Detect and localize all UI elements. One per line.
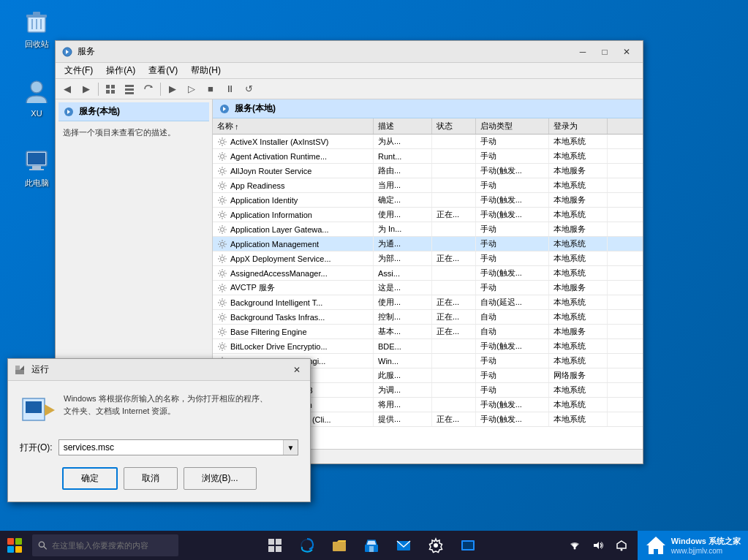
run-cancel-button[interactable]: 取消: [124, 467, 178, 490]
service-startup-cell: 手动: [476, 149, 549, 163]
service-status-cell: [432, 193, 476, 207]
svg-rect-53: [276, 546, 282, 552]
service-status-cell: [432, 339, 476, 353]
service-status-cell: [432, 383, 476, 397]
close-button[interactable]: ✕: [616, 45, 637, 59]
run-dialog-title: 运行: [31, 363, 284, 376]
col-status[interactable]: 状态: [432, 118, 476, 134]
toolbar-play2[interactable]: ▷: [183, 81, 200, 97]
service-status-cell: 正在...: [432, 208, 476, 222]
svg-point-23: [221, 154, 224, 158]
menu-view[interactable]: 查看(V): [143, 63, 184, 78]
store-button[interactable]: [358, 532, 385, 559]
tray-notification-icon[interactable]: [611, 535, 632, 556]
table-row[interactable]: Application Identity 确定... 手动(触发... 本地服务: [213, 193, 643, 208]
table-row[interactable]: App Readiness 当用... 手动 本地系统: [213, 178, 643, 193]
service-desc-cell: 路由...: [374, 164, 432, 178]
service-status-cell: 正在...: [432, 412, 476, 426]
service-startup-cell: 手动: [476, 368, 549, 382]
menu-file[interactable]: 文件(F): [58, 63, 99, 78]
service-status-cell: [432, 178, 476, 192]
taskview-button[interactable]: [262, 532, 288, 559]
service-startup-cell: 手动: [476, 222, 549, 236]
mail-button[interactable]: [390, 532, 417, 559]
service-startup-cell: 手动: [476, 135, 549, 148]
svg-point-36: [221, 344, 224, 348]
menu-help[interactable]: 帮助(H): [185, 63, 227, 78]
tray-network-icon[interactable]: [564, 535, 585, 556]
minimize-button[interactable]: ─: [573, 45, 593, 59]
table-row[interactable]: BitLocker Drive Encryptio... BDE... 手动(触…: [213, 339, 643, 354]
table-row[interactable]: Background Tasks Infras... 控制... 正在... 自…: [213, 310, 643, 325]
svg-marker-47: [45, 404, 55, 416]
table-row[interactable]: AppX Deployment Service... 为部... 正在... 手…: [213, 251, 643, 266]
service-status-cell: 正在...: [432, 325, 476, 338]
table-row[interactable]: AssignedAccessManager... Assi... 手动(触发..…: [213, 266, 643, 281]
svg-rect-50: [268, 539, 274, 545]
svg-marker-44: [20, 366, 24, 370]
right-panel-title: 服务(本地): [235, 102, 276, 115]
svg-point-48: [39, 542, 44, 547]
col-name[interactable]: 名称 ↑: [213, 118, 374, 134]
toolbar-pause[interactable]: ⏸: [221, 81, 238, 97]
taskbar-search[interactable]: [32, 534, 178, 556]
table-row[interactable]: Base Filtering Engine 基本... 正在... 自动 本地服…: [213, 325, 643, 339]
toolbar-restart[interactable]: ↺: [240, 81, 257, 97]
services-window-icon: [61, 46, 73, 58]
table-row[interactable]: Application Management 为通... 手动 本地系统: [213, 237, 643, 251]
taskbar-extra-button[interactable]: [455, 532, 481, 559]
run-titlebar: 运行 ✕: [8, 359, 310, 381]
service-desc-cell: 为部...: [374, 251, 432, 265]
run-close-button[interactable]: ✕: [290, 363, 304, 377]
taskbar-search-input[interactable]: [52, 541, 173, 550]
service-name-cell: App Readiness: [213, 178, 374, 192]
toolbar-forward[interactable]: ▶: [78, 81, 95, 97]
start-button[interactable]: [0, 531, 29, 560]
toolbar-view2[interactable]: [121, 81, 138, 97]
toolbar-view1[interactable]: [102, 81, 119, 97]
toolbar-refresh[interactable]: [140, 81, 157, 97]
toolbar-back[interactable]: ◀: [58, 81, 76, 97]
service-name-cell: Base Filtering Engine: [213, 325, 374, 338]
table-row[interactable]: ActiveX Installer (AxInstSV) 为从... 手动 本地…: [213, 135, 643, 149]
run-browse-button[interactable]: 浏览(B)...: [184, 467, 257, 490]
table-row[interactable]: AVCTP 服务 这是... 手动 本地服务: [213, 281, 643, 295]
run-ok-button[interactable]: 确定: [62, 467, 118, 490]
explorer-button[interactable]: [326, 532, 352, 559]
desktop: 回收站 XU 此电脑 服务: [0, 0, 748, 560]
svg-point-64: [620, 549, 622, 551]
menu-action[interactable]: 操作(A): [100, 63, 141, 78]
service-startup-cell: 自动: [476, 310, 549, 324]
tray-volume-icon[interactable]: [588, 535, 608, 556]
service-status-cell: [432, 354, 476, 368]
table-row[interactable]: Application Layer Gatewa... 为 In... 手动 本…: [213, 222, 643, 237]
table-row[interactable]: Background Intelligent T... 使用... 正在... …: [213, 295, 643, 310]
table-row[interactable]: Agent Activation Runtime... Runt... 手动 本…: [213, 149, 643, 164]
run-dropdown-button[interactable]: ▼: [283, 440, 298, 455]
table-row[interactable]: Application Information 使用... 正在... 手动(触…: [213, 208, 643, 222]
maximize-button[interactable]: □: [594, 45, 615, 59]
col-logon[interactable]: 登录为: [549, 118, 608, 134]
services-toolbar: ◀ ▶ ▶ ▷ ■ ⏸ ↺: [56, 79, 643, 99]
service-desc-cell: Win...: [374, 354, 432, 368]
table-row[interactable]: AllJoyn Router Service 路由... 手动(触发... 本地…: [213, 164, 643, 178]
svg-rect-13: [111, 85, 115, 88]
service-name-cell: BitLocker Drive Encryptio...: [213, 339, 374, 353]
service-desc-cell: 确定...: [374, 193, 432, 207]
edge-button[interactable]: [294, 532, 320, 559]
service-desc-cell: 为通...: [374, 237, 432, 251]
toolbar-play[interactable]: ▶: [164, 81, 181, 97]
col-startup[interactable]: 启动类型: [476, 118, 549, 134]
run-input-field[interactable]: [59, 440, 283, 455]
svg-rect-9: [32, 166, 41, 169]
toolbar-stop[interactable]: ■: [202, 81, 219, 97]
settings-button[interactable]: [423, 532, 449, 559]
service-desc-cell: 控制...: [374, 310, 432, 324]
service-desc-cell: 为从...: [374, 135, 432, 148]
service-logon-cell: 本地服务: [549, 164, 608, 178]
service-desc-cell: 此服...: [374, 368, 432, 382]
toolbar-sep-1: [98, 83, 99, 96]
col-desc[interactable]: 描述: [374, 118, 432, 134]
run-dialog-icon: [14, 364, 26, 376]
svg-marker-65: [646, 537, 665, 554]
